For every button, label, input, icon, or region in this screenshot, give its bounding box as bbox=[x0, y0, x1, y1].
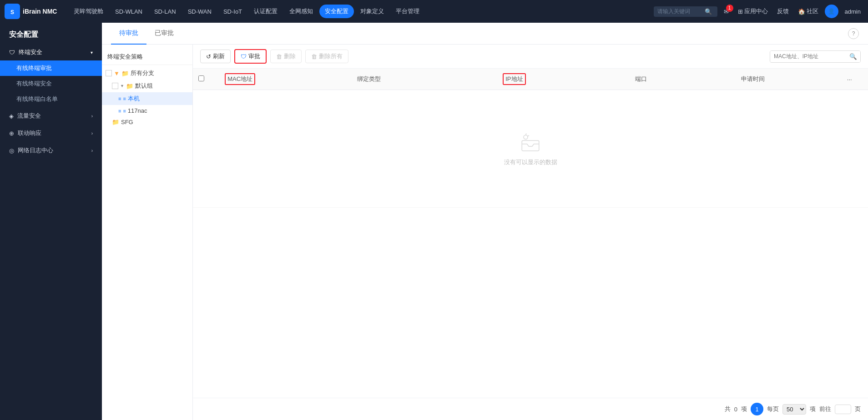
global-search-input[interactable] bbox=[657, 8, 703, 15]
nav-sd-wan[interactable]: SD-WAN bbox=[182, 5, 217, 18]
per-page-label: 每页 bbox=[767, 405, 779, 413]
nav-dashboard[interactable]: 灵眸驾驶舱 bbox=[68, 5, 109, 18]
approve-button[interactable]: 🛡 审批 bbox=[234, 49, 267, 64]
layout: 安全配置 🛡 终端安全 ▾ 有线终端审批 有线终端安全 有线终端白名单 ◈ 流量… bbox=[0, 23, 868, 420]
total-count: 0 bbox=[734, 406, 737, 413]
admin-label[interactable]: admin bbox=[842, 6, 863, 17]
sidebar-item-wired-whitelist[interactable]: 有线终端白名单 bbox=[0, 91, 102, 107]
checkbox-default[interactable] bbox=[112, 83, 118, 89]
feedback-label: 反馈 bbox=[777, 7, 789, 15]
tabs-bar: 待审批 已审批 ? bbox=[102, 23, 868, 45]
log-icon: ◎ bbox=[9, 147, 14, 154]
community-btn[interactable]: 🏠 社区 bbox=[795, 5, 821, 17]
tree-node-117nac[interactable]: ≡ ≡ 117nac bbox=[102, 105, 192, 116]
tree-node-local[interactable]: ≡ ≡ 本机 bbox=[102, 92, 192, 105]
sidebar-group-header-flow[interactable]: ◈ 流量安全 › bbox=[0, 108, 102, 124]
device-icon-117: ≡ bbox=[118, 108, 121, 114]
nav-sd-lan[interactable]: SD-LAN bbox=[149, 5, 182, 18]
nav-sd-wlan[interactable]: SD-WLAN bbox=[110, 5, 148, 18]
tree-node-default-group[interactable]: ▼ 📁 默认组 bbox=[102, 80, 192, 92]
svg-line-5 bbox=[528, 135, 529, 136]
th-ip: IP地址 bbox=[497, 69, 630, 90]
sidebar-item-label-security: 有线终端安全 bbox=[16, 80, 52, 88]
tree-node-label-local: 本机 bbox=[128, 95, 140, 103]
global-search-box[interactable]: 🔍 bbox=[654, 6, 717, 17]
main-nav: 灵眸驾驶舱 SD-WLAN SD-LAN SD-WAN SD-IoT 认证配置 … bbox=[68, 5, 654, 18]
sidebar-group-header-endpoint[interactable]: 🛡 终端安全 ▾ bbox=[0, 44, 102, 60]
empty-state-text: 没有可以显示的数据 bbox=[504, 158, 557, 166]
tree-node-sfg[interactable]: 📁 SFG bbox=[102, 116, 192, 128]
tree-node-label-all: 所有分支 bbox=[131, 69, 154, 77]
right-panel: ↺ 刷新 🛡 审批 🗑 删除 🗑 删除所有 bbox=[193, 45, 868, 420]
sidebar-group-header-response[interactable]: ⊕ 联动响应 › bbox=[0, 125, 102, 141]
table-search-input[interactable] bbox=[770, 51, 846, 62]
nav-right: 🔍 ✉ 1 ⊞ 应用中心 反馈 🏠 社区 👤 admin bbox=[654, 5, 863, 18]
user-avatar[interactable]: 👤 bbox=[825, 5, 838, 18]
folder-icon-sfg: 📁 bbox=[112, 119, 119, 125]
link-icon: ⊕ bbox=[9, 130, 14, 137]
message-btn[interactable]: ✉ 1 bbox=[721, 6, 732, 17]
device-icon-117b: ≡ bbox=[123, 108, 126, 114]
sidebar-item-label-whitelist: 有线终端白名单 bbox=[16, 95, 58, 103]
top-nav: S iBrain NMC 灵眸驾驶舱 SD-WLAN SD-LAN SD-WAN… bbox=[0, 0, 868, 23]
feedback-btn[interactable]: 反馈 bbox=[774, 5, 792, 17]
nav-awareness[interactable]: 全网感知 bbox=[284, 5, 318, 18]
sidebar-group-label-response: 联动响应 bbox=[18, 129, 41, 137]
refresh-label: 刷新 bbox=[213, 52, 225, 60]
sidebar-title: 安全配置 bbox=[0, 23, 102, 44]
approve-shield-icon: 🛡 bbox=[241, 53, 247, 60]
folder-icon-default: 📁 bbox=[126, 83, 133, 90]
nav-sd-iot[interactable]: SD-IoT bbox=[218, 5, 247, 18]
folder-expand-icon: ▼ bbox=[120, 84, 124, 88]
checkbox-all[interactable] bbox=[106, 70, 112, 76]
sidebar-group-flow: ◈ 流量安全 › bbox=[0, 108, 102, 124]
collapse-handle[interactable]: ‹ bbox=[192, 223, 193, 241]
sidebar-item-wired-security[interactable]: 有线终端安全 bbox=[0, 76, 102, 91]
pagination-bar: 共 0 项 1 每页 50 20 100 项 前往 页 bbox=[193, 398, 868, 420]
app-center-btn[interactable]: ⊞ 应用中心 bbox=[735, 5, 771, 17]
select-all-checkbox[interactable] bbox=[198, 75, 204, 81]
nav-objects[interactable]: 对象定义 bbox=[355, 5, 389, 18]
refresh-button[interactable]: ↺ 刷新 bbox=[200, 50, 231, 63]
tree-node-label-default: 默认组 bbox=[135, 82, 153, 90]
tree-node-all[interactable]: ▼ 📁 所有分支 bbox=[102, 67, 192, 80]
goto-page-input[interactable] bbox=[835, 405, 851, 414]
sidebar-item-wired-approve[interactable]: 有线终端审批 bbox=[0, 60, 102, 76]
sidebar-group-header-netlog[interactable]: ◎ 网络日志中心 › bbox=[0, 142, 102, 159]
per-page-select[interactable]: 50 20 100 bbox=[782, 404, 806, 415]
delete-all-label: 删除所有 bbox=[319, 52, 343, 60]
search-right-box[interactable]: 🔍 bbox=[770, 50, 861, 63]
th-checkbox bbox=[193, 69, 219, 90]
main-content: 待审批 已审批 ? 终端安全策略 ▼ 📁 所有分支 ▼ � bbox=[102, 23, 868, 420]
sidebar-group-label-flow: 流量安全 bbox=[17, 112, 41, 120]
th-time: 申请时间 bbox=[736, 69, 842, 90]
empty-state: 没有可以显示的数据 bbox=[198, 95, 863, 203]
folder-icon-all2: 📁 bbox=[121, 70, 129, 77]
delete-all-button[interactable]: 🗑 删除所有 bbox=[305, 50, 348, 63]
chevron-down-icon: ▾ bbox=[91, 50, 93, 55]
search-icon[interactable]: 🔍 bbox=[705, 8, 712, 15]
data-table: MAC地址 绑定类型 IP地址 端口 申请时间 bbox=[193, 69, 868, 208]
delete-button[interactable]: 🗑 删除 bbox=[270, 50, 302, 63]
table-search-button[interactable]: 🔍 bbox=[846, 51, 861, 62]
ip-col-label: IP地址 bbox=[505, 75, 523, 82]
tab-approved[interactable]: 已审批 bbox=[146, 23, 182, 45]
nav-auth[interactable]: 认证配置 bbox=[248, 5, 283, 18]
svg-point-3 bbox=[524, 135, 528, 139]
refresh-icon: ↺ bbox=[206, 53, 211, 60]
left-panel-title: 终端安全策略 bbox=[102, 49, 192, 65]
page-1-btn[interactable]: 1 bbox=[751, 403, 763, 415]
goto-label[interactable]: 前往 bbox=[819, 405, 831, 413]
table-wrapper: MAC地址 绑定类型 IP地址 端口 申请时间 bbox=[193, 69, 868, 398]
help-button[interactable]: ? bbox=[848, 28, 859, 39]
page-unit: 页 bbox=[855, 405, 861, 413]
community-icon: 🏠 bbox=[798, 8, 805, 15]
nav-platform[interactable]: 平台管理 bbox=[390, 5, 425, 18]
svg-rect-2 bbox=[522, 140, 539, 151]
total-label: 共 bbox=[725, 405, 731, 413]
flow-icon: ◈ bbox=[9, 113, 14, 120]
tab-pending[interactable]: 待审批 bbox=[111, 23, 146, 45]
nav-security[interactable]: 安全配置 bbox=[319, 5, 354, 18]
table-head: MAC地址 绑定类型 IP地址 端口 申请时间 bbox=[193, 69, 868, 90]
sidebar-group-label-netlog: 网络日志中心 bbox=[18, 146, 53, 155]
